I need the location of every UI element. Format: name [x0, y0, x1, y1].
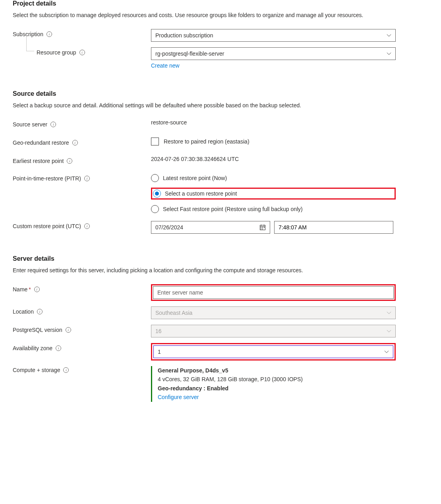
info-icon[interactable]: i: [84, 176, 90, 181]
highlight-marker: [151, 284, 396, 301]
geo-restore-checkbox-label: Restore to paired region (eastasia): [164, 138, 250, 145]
radio-icon: [153, 190, 161, 198]
pitr-radio-group: Latest restore point (Now) Select a cust…: [151, 174, 396, 213]
chevron-down-icon: [387, 33, 391, 38]
source-server-value: restore-source: [151, 119, 187, 126]
info-icon[interactable]: i: [46, 31, 52, 37]
pitr-label: Point-in-time-restore (PITR) i: [13, 174, 151, 182]
availability-zone-label: Availability zone i: [13, 343, 151, 351]
earliest-restore-point-value: 2024-07-26 07:30:38.3246624 UTC: [151, 156, 239, 162]
server-details-heading: Server details: [13, 255, 428, 262]
radio-icon: [151, 174, 159, 182]
compute-storage-label: Compute + storage i: [13, 366, 151, 373]
project-details-section: Project details Select the subscription …: [13, 0, 428, 69]
location-label: Location i: [13, 306, 151, 315]
custom-restore-date-input[interactable]: 07/26/2024: [151, 221, 270, 234]
custom-restore-point-label: Custom restore point (UTC) i: [13, 221, 151, 229]
name-label: Name* i: [13, 284, 151, 293]
location-dropdown: Southeast Asia: [151, 306, 396, 319]
info-icon[interactable]: i: [66, 327, 71, 333]
source-details-section: Source details Select a backup source an…: [13, 90, 428, 234]
tree-connector: [26, 35, 34, 51]
chevron-down-icon: [384, 349, 389, 354]
info-icon[interactable]: i: [63, 367, 69, 373]
earliest-restore-point-label: Earliest restore point i: [13, 156, 151, 164]
project-details-description: Select the subscription to manage deploy…: [13, 11, 386, 19]
source-server-label: Source server i: [13, 119, 151, 128]
svg-rect-6: [264, 227, 265, 228]
svg-rect-4: [261, 227, 261, 228]
geo-redundancy-status: Geo-redundancy : Enabled: [158, 384, 396, 393]
chevron-down-icon: [387, 329, 391, 333]
info-icon[interactable]: i: [56, 345, 61, 351]
pitr-radio-fast[interactable]: Select Fast restore point (Restore using…: [151, 205, 396, 213]
custom-restore-time-input[interactable]: [274, 221, 393, 234]
geo-restore-checkbox[interactable]: [151, 138, 159, 145]
info-icon[interactable]: i: [37, 309, 43, 314]
svg-rect-5: [262, 227, 263, 228]
server-details-section: Server details Enter required settings f…: [13, 255, 428, 402]
info-icon[interactable]: i: [79, 50, 85, 55]
source-details-description: Select a backup source and detail. Addit…: [13, 101, 386, 110]
resource-group-dropdown[interactable]: rg-postgresql-flexible-server: [151, 47, 396, 60]
info-icon[interactable]: i: [84, 223, 90, 229]
svg-rect-7: [261, 229, 261, 229]
subscription-dropdown[interactable]: Production subscription: [151, 29, 396, 42]
highlight-marker: Select a custom restore point: [151, 188, 396, 200]
geo-redundant-restore-label: Geo-redundant restore i: [13, 138, 151, 146]
compute-tier: General Purpose, D4ds_v5: [158, 366, 396, 375]
highlight-marker: 1: [151, 343, 396, 361]
chevron-down-icon: [387, 310, 391, 315]
chevron-down-icon: [387, 51, 391, 56]
radio-icon: [151, 205, 159, 213]
pitr-radio-latest[interactable]: Latest restore point (Now): [151, 174, 396, 182]
configure-server-link[interactable]: Configure server: [158, 394, 199, 400]
source-details-heading: Source details: [13, 90, 428, 97]
server-details-description: Enter required settings for this server,…: [13, 266, 386, 275]
resource-group-label: Resource group i: [13, 47, 151, 56]
compute-storage-summary: General Purpose, D4ds_v5 4 vCores, 32 Gi…: [151, 366, 396, 402]
postgresql-version-label: PostgreSQL version i: [13, 325, 151, 333]
availability-zone-dropdown[interactable]: 1: [153, 345, 393, 358]
pitr-radio-custom[interactable]: Select a custom restore point: [153, 190, 394, 198]
svg-rect-8: [262, 229, 263, 229]
project-details-heading: Project details: [13, 0, 428, 7]
compute-specs: 4 vCores, 32 GiB RAM, 128 GiB storage, P…: [158, 375, 396, 384]
info-icon[interactable]: i: [50, 122, 56, 127]
calendar-icon: [259, 224, 266, 231]
info-icon[interactable]: i: [34, 287, 40, 292]
info-icon[interactable]: i: [72, 140, 78, 145]
postgresql-version-dropdown: 16: [151, 325, 396, 337]
create-new-link[interactable]: Create new: [151, 62, 180, 69]
server-name-input[interactable]: [153, 286, 394, 299]
info-icon[interactable]: i: [67, 158, 72, 164]
